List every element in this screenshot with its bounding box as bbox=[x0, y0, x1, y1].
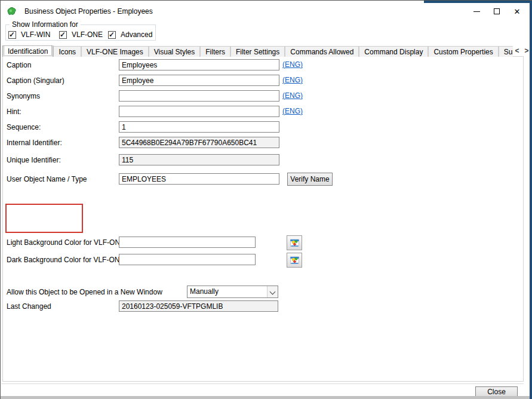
tab-visual-styles[interactable]: Visual Styles bbox=[149, 46, 200, 57]
unique-identifier-field bbox=[119, 154, 279, 165]
light-bg-color-picker-button[interactable] bbox=[287, 235, 302, 250]
synonyms-label: Synonyms bbox=[7, 91, 40, 102]
window-right-edge bbox=[530, 1, 532, 399]
checkbox-icon[interactable] bbox=[108, 31, 116, 39]
close-window-button[interactable]: ✕ bbox=[507, 1, 527, 22]
tab-strip: Identification Icons VLF-ONE Images Visu… bbox=[2, 45, 513, 57]
internal-identifier-field bbox=[119, 137, 279, 148]
tab-subtypes[interactable]: SubTypes bbox=[499, 46, 513, 57]
show-information-groupbox: Show Information for VLF-WIN VLF-ONE Adv… bbox=[5, 20, 156, 41]
synonyms-input[interactable] bbox=[119, 90, 279, 102]
tab-icons[interactable]: Icons bbox=[53, 46, 81, 57]
tab-identification[interactable]: Identification bbox=[2, 45, 53, 57]
dark-bg-color-input[interactable] bbox=[119, 254, 256, 265]
caption-eng-link[interactable]: (ENG) bbox=[282, 59, 303, 70]
sequence-label: Sequence: bbox=[7, 122, 41, 133]
chevron-down-icon[interactable] bbox=[267, 286, 278, 297]
app-icon bbox=[7, 7, 17, 16]
red-highlight-box bbox=[5, 204, 83, 233]
window-bottom-edge bbox=[1, 396, 532, 399]
light-bg-color-label: Light Background Color for VLF-ONE bbox=[7, 237, 125, 248]
hint-eng-link[interactable]: (ENG) bbox=[282, 106, 303, 117]
window-top-edge bbox=[424, 1, 532, 3]
last-changed-label: Last Changed bbox=[7, 301, 51, 312]
window-controls: ✕ bbox=[466, 1, 527, 22]
close-icon: ✕ bbox=[514, 8, 521, 16]
color-picker-icon bbox=[290, 256, 300, 265]
unique-identifier-label: Unique Identifier: bbox=[7, 155, 61, 166]
dialog-window: Business Object Properties - Employees ✕… bbox=[0, 0, 532, 399]
caption-singular-input[interactable] bbox=[119, 75, 279, 86]
color-picker-icon bbox=[290, 238, 300, 248]
checkbox-icon[interactable] bbox=[59, 31, 67, 39]
vlf-one-checkbox[interactable]: VLF-ONE bbox=[59, 30, 108, 39]
titlebar: Business Object Properties - Employees ✕ bbox=[1, 1, 532, 22]
last-changed-field bbox=[119, 300, 278, 312]
tab-filters[interactable]: Filters bbox=[200, 46, 230, 57]
window-title: Business Object Properties - Employees bbox=[24, 1, 153, 22]
synonyms-eng-link[interactable]: (ENG) bbox=[282, 90, 303, 102]
hint-input[interactable] bbox=[119, 106, 279, 117]
groupbox-legend: Show Information for bbox=[10, 20, 81, 29]
user-object-name-label: User Object Name / Type bbox=[7, 174, 87, 185]
caption-label: Caption bbox=[7, 60, 31, 71]
tab-vlf-one-images[interactable]: VLF-ONE Images bbox=[81, 46, 149, 57]
checkbox-icon[interactable] bbox=[8, 31, 16, 39]
tab-custom-properties[interactable]: Custom Properties bbox=[428, 46, 498, 57]
light-bg-color-input[interactable] bbox=[119, 237, 256, 248]
caption-singular-label: Caption (Singular) bbox=[7, 75, 64, 87]
minimize-button[interactable] bbox=[466, 1, 487, 22]
hint-label: Hint: bbox=[7, 106, 21, 118]
open-new-window-label: Allow this Object to be Opened in a New … bbox=[7, 287, 162, 298]
maximize-icon bbox=[494, 8, 500, 14]
sequence-input[interactable] bbox=[119, 121, 279, 133]
internal-identifier-label: Internal Identifier: bbox=[7, 137, 62, 149]
vlf-win-checkbox[interactable]: VLF-WIN bbox=[8, 30, 59, 39]
tab-filter-settings[interactable]: Filter Settings bbox=[230, 46, 285, 57]
footer-divider bbox=[1, 383, 524, 384]
maximize-button[interactable] bbox=[487, 1, 507, 22]
open-new-window-dropdown[interactable]: Manually bbox=[187, 286, 278, 298]
dropdown-selected-value: Manually bbox=[187, 286, 267, 297]
verify-name-button[interactable]: Verify Name bbox=[287, 173, 333, 186]
caption-singular-eng-link[interactable]: (ENG) bbox=[282, 75, 303, 86]
groupbox-row: VLF-WIN VLF-ONE Advanced bbox=[8, 29, 155, 40]
tab-command-display[interactable]: Command Display bbox=[359, 46, 428, 57]
dark-bg-color-picker-button[interactable] bbox=[287, 253, 302, 268]
tab-scroll-left-icon[interactable]: < bbox=[513, 47, 521, 56]
tab-commands-allowed[interactable]: Commands Allowed bbox=[285, 46, 359, 57]
caption-input[interactable] bbox=[119, 59, 279, 70]
dark-bg-color-label: Dark Background Color for VLF-ONE bbox=[7, 254, 124, 266]
advanced-checkbox[interactable]: Advanced bbox=[108, 30, 152, 39]
user-object-name-input[interactable] bbox=[119, 173, 279, 185]
minimize-icon bbox=[473, 11, 480, 12]
